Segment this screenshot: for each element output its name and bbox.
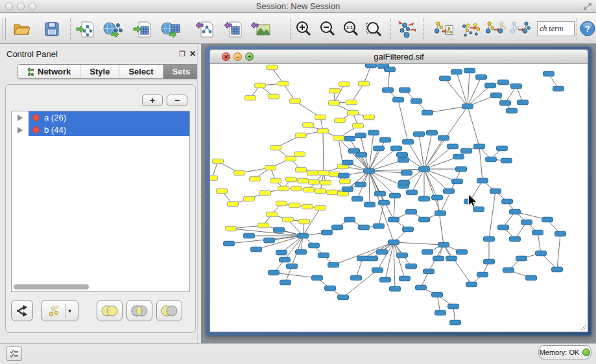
graph-node[interactable] <box>291 186 302 191</box>
graph-node[interactable] <box>399 276 411 281</box>
intersection-button[interactable] <box>126 300 152 321</box>
graph-node[interactable] <box>290 98 301 104</box>
import-network-file-button[interactable] <box>75 19 96 40</box>
expand-triangle-icon[interactable] <box>18 127 23 133</box>
union-button[interactable] <box>97 300 123 321</box>
import-table-web-button[interactable] <box>160 19 181 40</box>
graph-node[interactable] <box>353 123 364 128</box>
graph-node[interactable] <box>285 156 296 161</box>
graph-node[interactable] <box>234 170 245 176</box>
graph-node[interactable] <box>491 93 502 98</box>
graph-node[interactable] <box>433 256 444 261</box>
graph-node[interactable] <box>344 136 355 141</box>
graph-node[interactable] <box>367 256 378 261</box>
graph-node[interactable] <box>357 256 368 261</box>
graph-node[interactable] <box>327 190 338 195</box>
graph-node[interactable] <box>397 253 408 258</box>
graph-node[interactable] <box>388 240 399 245</box>
graph-node[interactable] <box>260 190 271 196</box>
graph-node[interactable] <box>278 186 289 191</box>
search-input[interactable] <box>537 21 575 36</box>
window-close-button[interactable] <box>5 3 13 10</box>
graph-node[interactable] <box>339 173 350 178</box>
graph-node[interactable] <box>342 160 353 165</box>
graph-node[interactable] <box>423 269 435 274</box>
graph-node[interactable] <box>296 167 307 172</box>
graph-node[interactable] <box>372 267 383 273</box>
graph-node[interactable] <box>532 230 543 235</box>
graph-node[interactable] <box>320 180 331 185</box>
graph-node[interactable] <box>484 236 495 242</box>
graph-node[interactable] <box>374 223 385 229</box>
graph-node[interactable] <box>518 100 529 105</box>
graph-node[interactable] <box>526 275 537 280</box>
graph-node[interactable] <box>339 82 350 87</box>
graph-node[interactable] <box>245 95 256 100</box>
network-frame[interactable]: ✕ − + galFiltered.sif <box>206 47 591 336</box>
graph-node[interactable] <box>419 166 430 172</box>
graph-node[interactable] <box>451 69 462 74</box>
graph-node[interactable] <box>251 247 262 252</box>
graph-node[interactable] <box>329 100 340 106</box>
graph-node[interactable] <box>385 67 396 72</box>
graph-node[interactable] <box>342 187 353 192</box>
graph-node[interactable] <box>542 217 553 222</box>
memory-status-button[interactable]: Memory: OK <box>538 345 591 359</box>
graph-node[interactable] <box>224 241 235 246</box>
graph-node[interactable] <box>270 178 281 183</box>
graph-node[interactable] <box>375 191 386 196</box>
graph-node[interactable] <box>315 188 326 194</box>
graph-node[interactable] <box>422 110 433 115</box>
graph-node[interactable] <box>383 87 394 93</box>
export-network-button[interactable] <box>195 19 215 40</box>
graph-node[interactable] <box>555 231 566 236</box>
graph-node[interactable] <box>462 104 473 109</box>
graph-node[interactable] <box>352 196 363 201</box>
network-frame-titlebar[interactable]: ✕ − + galFiltered.sif <box>209 49 588 63</box>
graph-node[interactable] <box>356 152 367 157</box>
graph-node[interactable] <box>485 83 496 88</box>
graph-node[interactable] <box>348 110 359 115</box>
graph-node[interactable] <box>318 128 329 133</box>
create-set-from-network-button[interactable]: ▾ <box>41 300 78 321</box>
scrollbar-thumb[interactable] <box>14 284 89 290</box>
zoom-in-button[interactable] <box>293 19 314 40</box>
add-set-button[interactable]: + <box>142 95 163 106</box>
graph-node[interactable] <box>510 209 521 214</box>
import-network-web-button[interactable] <box>102 19 123 40</box>
graph-node[interactable] <box>210 176 218 181</box>
open-session-button[interactable] <box>11 19 32 40</box>
graph-node[interactable] <box>453 154 464 159</box>
graph-node[interactable] <box>312 275 323 280</box>
graph-node[interactable] <box>307 170 318 176</box>
graph-node[interactable] <box>438 242 449 247</box>
graph-node[interactable] <box>276 201 287 206</box>
graph-node[interactable] <box>267 212 278 217</box>
graph-node[interactable] <box>448 304 459 309</box>
graph-node[interactable] <box>452 179 463 184</box>
graph-node[interactable] <box>511 84 522 89</box>
graph-node[interactable] <box>287 264 298 269</box>
graph-node[interactable] <box>364 168 375 174</box>
graph-node[interactable] <box>440 76 451 81</box>
graph-node[interactable] <box>309 179 320 185</box>
graph-node[interactable] <box>217 188 228 194</box>
graph-node[interactable] <box>498 225 509 230</box>
graph-node[interactable] <box>355 133 366 138</box>
remove-set-button[interactable]: − <box>167 95 187 106</box>
graph-node[interactable] <box>414 131 425 137</box>
graph-node[interactable] <box>228 201 239 207</box>
graph-node[interactable] <box>435 210 446 216</box>
zoom-out-button[interactable] <box>317 19 338 40</box>
graph-node[interactable] <box>411 98 422 104</box>
graph-node[interactable] <box>351 275 362 280</box>
graph-node[interactable] <box>406 264 417 269</box>
graph-node[interactable] <box>432 292 443 297</box>
graph-node[interactable] <box>486 157 497 162</box>
graph-node[interactable] <box>318 170 329 176</box>
select-nodes-button[interactable] <box>460 19 481 40</box>
graph-node[interactable] <box>502 199 513 204</box>
float-panel-icon[interactable]: ❐ <box>179 50 185 58</box>
graph-node[interactable] <box>438 135 449 141</box>
graph-node[interactable] <box>416 285 427 290</box>
